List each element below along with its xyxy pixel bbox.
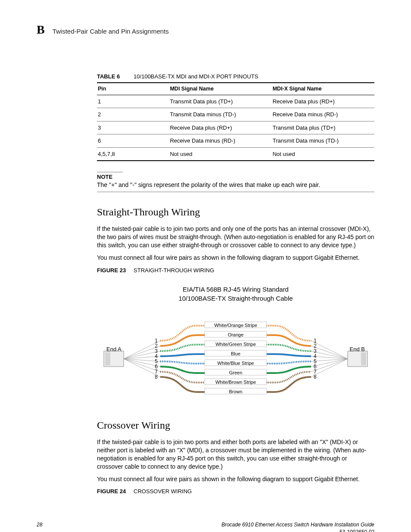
paragraph: If the twisted-pair cable is to join two… bbox=[97, 438, 374, 471]
paragraph: You must connect all four wire pairs as … bbox=[97, 475, 374, 483]
figure-title-row: FIGURE 24 CROSSOVER WIRING bbox=[97, 487, 374, 495]
svg-text:Orange: Orange bbox=[228, 332, 244, 337]
wiring-diagram: EIA/TIA 568B RJ-45 Wiring Standard 10/10… bbox=[97, 285, 374, 405]
figure-caption: STRAIGHT-THROUGH WIRING bbox=[134, 267, 214, 274]
table-row: 2Transmit Data minus (TD-)Receive Data m… bbox=[97, 108, 374, 121]
note-text: The "+" and "-" signs represent the pola… bbox=[97, 181, 374, 192]
table-title-row: TABLE 6 10/100BASE-TX MDI and MDI-X PORT… bbox=[97, 72, 374, 81]
heading-straight-through: Straight-Through Wiring bbox=[97, 205, 374, 219]
table-cell: 1 bbox=[97, 95, 169, 108]
footer-doc-number: 53-1002650-02 bbox=[339, 529, 374, 532]
table-row: 6Receive Data minus (RD-)Transmit Data m… bbox=[97, 134, 374, 148]
table-cell: Receive Data plus (RD+) bbox=[169, 121, 271, 134]
section-title: Twisted-Pair Cable and Pin Assignments bbox=[53, 27, 169, 36]
figure-title-row: FIGURE 23 STRAIGHT-THROUGH WIRING bbox=[97, 266, 374, 274]
note-label: NOTE bbox=[97, 173, 374, 181]
svg-text:White/Orange Stripe: White/Orange Stripe bbox=[214, 323, 257, 328]
diagram-title-2: 10/100BASE-TX Straight-through Cable bbox=[178, 295, 293, 302]
svg-line-22 bbox=[311, 341, 348, 359]
footer-doc-title: Brocade 6910 Ethernet Access Switch Hard… bbox=[221, 522, 374, 528]
svg-line-29 bbox=[311, 359, 348, 377]
diagram-title-1: EIA/TIA 568B RJ-45 Wiring Standard bbox=[183, 286, 289, 293]
col-pin: Pin bbox=[97, 83, 169, 95]
svg-text:End B: End B bbox=[350, 346, 365, 352]
svg-text:White/Brown Stripe: White/Brown Stripe bbox=[215, 380, 256, 385]
page-footer: 28 Brocade 6910 Ethernet Access Switch H… bbox=[37, 521, 374, 532]
svg-text:End A: End A bbox=[106, 346, 121, 352]
svg-text:White/Blue Stripe: White/Blue Stripe bbox=[218, 361, 254, 366]
table-cell: Transmit Data plus (TD+) bbox=[272, 121, 374, 134]
table-row: 4,5,7,8Not usedNot used bbox=[97, 147, 374, 161]
table-cell: Receive Data plus (RD+) bbox=[272, 95, 374, 108]
page-number: 28 bbox=[37, 521, 42, 532]
svg-text:Green: Green bbox=[229, 370, 243, 375]
wiring-svg: End AEnd B1122334455667788White/Orange S… bbox=[98, 315, 374, 405]
footer-doc: Brocade 6910 Ethernet Access Switch Hard… bbox=[221, 521, 374, 532]
diagram-heading: EIA/TIA 568B RJ-45 Wiring Standard 10/10… bbox=[97, 285, 374, 303]
page-header: B Twisted-Pair Cable and Pin Assignments bbox=[37, 22, 374, 38]
table-header-row: Pin MDI Signal Name MDI-X Signal Name bbox=[97, 83, 374, 95]
pinout-table: Pin MDI Signal Name MDI-X Signal Name 1T… bbox=[97, 82, 374, 162]
figure-label: FIGURE 24 bbox=[97, 488, 126, 495]
figure-label: FIGURE 23 bbox=[97, 267, 126, 274]
svg-text:White/Green Stripe: White/Green Stripe bbox=[215, 342, 256, 347]
main-content: TABLE 6 10/100BASE-TX MDI and MDI-X PORT… bbox=[97, 72, 374, 496]
table-cell: 6 bbox=[97, 134, 169, 148]
table-cell: Not used bbox=[169, 147, 271, 161]
svg-text:8: 8 bbox=[155, 374, 158, 380]
table-cell: Transmit Data plus (TD+) bbox=[169, 95, 271, 108]
svg-text:Blue: Blue bbox=[231, 351, 240, 356]
table-cell: 4,5,7,8 bbox=[97, 147, 169, 161]
svg-text:Brown: Brown bbox=[229, 389, 242, 394]
figure-caption: CROSSOVER WIRING bbox=[134, 488, 192, 495]
appendix-letter: B bbox=[37, 22, 45, 38]
svg-text:8: 8 bbox=[314, 374, 317, 380]
paragraph: You must connect all four wire pairs as … bbox=[97, 254, 374, 262]
heading-crossover: Crossover Wiring bbox=[97, 418, 374, 432]
table-caption: 10/100BASE-TX MDI and MDI-X PORT PINOUTS bbox=[134, 73, 258, 80]
paragraph: If the twisted-pair cable is to join two… bbox=[97, 225, 374, 249]
table-row: 3Receive Data plus (RD+)Transmit Data pl… bbox=[97, 121, 374, 134]
table-cell: Receive Data minus (RD-) bbox=[169, 134, 271, 148]
table-cell: Receive Data minus (RD-) bbox=[272, 108, 374, 121]
table-cell: 3 bbox=[97, 121, 169, 134]
table-cell: Transmit Data minus (TD-) bbox=[169, 108, 271, 121]
table-cell: Not used bbox=[272, 147, 374, 161]
svg-rect-15 bbox=[348, 351, 367, 367]
col-mdix: MDI-X Signal Name bbox=[272, 83, 374, 95]
table-label: TABLE 6 bbox=[97, 73, 120, 80]
table-row: 1Transmit Data plus (TD+)Receive Data pl… bbox=[97, 95, 374, 108]
table-cell: 2 bbox=[97, 108, 169, 121]
table-cell: Transmit Data minus (TD-) bbox=[272, 134, 374, 148]
col-mdi: MDI Signal Name bbox=[169, 83, 271, 95]
note-block: NOTE The "+" and "-" signs represent the… bbox=[97, 172, 374, 192]
svg-rect-0 bbox=[104, 351, 124, 367]
